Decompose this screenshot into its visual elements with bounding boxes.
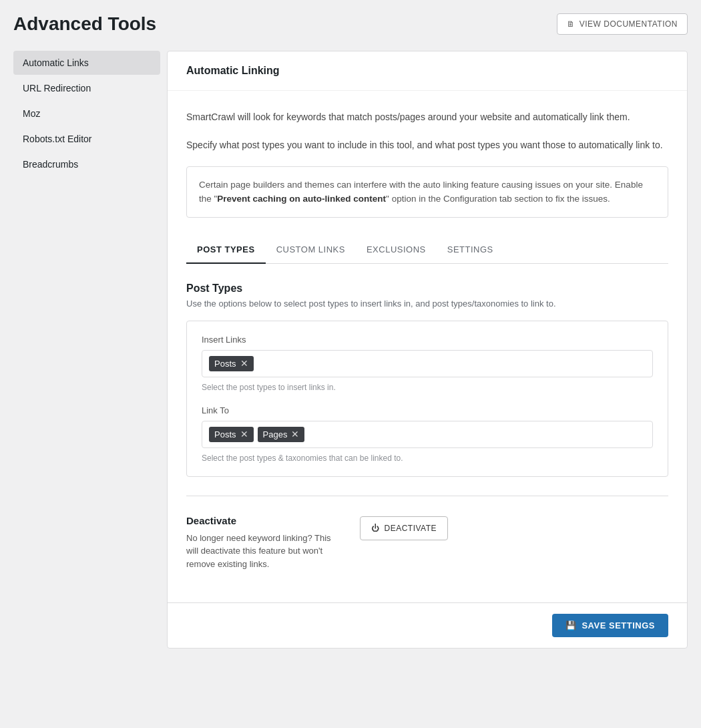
main-panel: Automatic Linking SmartCrawl will look f… [167,51,688,649]
save-icon: 💾 [565,620,577,630]
post-types-card: Insert Links Posts✕ Select the post type… [186,321,668,477]
panel-title: Automatic Linking [186,65,668,77]
section-title: Post Types [186,283,668,295]
notice-text-suffix: " option in the Configuration tab sectio… [386,194,610,204]
footer-bar: 💾 SAVE SETTINGS [168,602,687,648]
tag-remove-posts-insert[interactable]: ✕ [240,359,248,368]
tag-remove-pages-link[interactable]: ✕ [291,429,299,439]
post-types-section: Post Types Use the options below to sele… [186,283,668,477]
deactivate-description: No longer need keyword linking? This wil… [186,532,333,571]
deactivate-title: Deactivate [186,515,333,526]
description-line-1: SmartCrawl will look for keywords that m… [186,110,668,124]
tag-label: Posts [214,429,236,439]
tab-post-types[interactable]: POST TYPES [186,236,266,264]
tag-label: Pages [263,429,288,439]
insert-links-hint: Select the post types to insert links in… [202,383,653,392]
tag-posts-link: Posts✕ [209,427,254,442]
sidebar-item-breadcrumbs[interactable]: Breadcrumbs [13,152,160,176]
document-icon: 🗎 [567,19,575,29]
deactivate-section: Deactivate No longer need keyword linkin… [186,515,668,571]
save-label: SAVE SETTINGS [581,620,655,630]
tag-pages-link: Pages✕ [258,427,305,442]
deactivate-text: Deactivate No longer need keyword linkin… [186,515,333,571]
section-divider [186,496,668,496]
sidebar-item-robots-txt[interactable]: Robots.txt Editor [13,127,160,151]
section-description: Use the options below to select post typ… [186,299,668,309]
description-line-2: Specify what post types you want to incl… [186,138,668,152]
sidebar: Automatic LinksURL RedirectionMozRobots.… [13,51,167,649]
link-to-group: Link To Posts✕Pages✕ Select the post typ… [202,405,653,463]
panel-header: Automatic Linking [168,51,687,91]
view-documentation-button[interactable]: 🗎 VIEW DOCUMENTATION [557,13,688,35]
insert-links-label: Insert Links [202,335,653,345]
sidebar-item-moz[interactable]: Moz [13,102,160,126]
link-to-hint: Select the post types & taxonomies that … [202,453,653,463]
notice-bold-text: Prevent caching on auto-linked content [217,194,386,204]
insert-links-input[interactable]: Posts✕ [202,350,653,377]
sidebar-item-automatic-links[interactable]: Automatic Links [13,51,160,75]
tab-custom-links[interactable]: CUSTOM LINKS [266,236,356,264]
page-title: Advanced Tools [13,13,156,35]
deactivate-label: DEACTIVATE [385,524,437,533]
view-doc-label: VIEW DOCUMENTATION [579,19,678,29]
link-to-label: Link To [202,405,653,415]
sidebar-item-url-redirection[interactable]: URL Redirection [13,76,160,100]
deactivate-button[interactable]: ⏻ DEACTIVATE [360,516,448,540]
tag-remove-posts-link[interactable]: ✕ [240,429,248,439]
panel-body: SmartCrawl will look for keywords that m… [168,91,687,589]
insert-links-group: Insert Links Posts✕ Select the post type… [202,335,653,392]
tag-posts-insert: Posts✕ [209,356,254,371]
save-settings-button[interactable]: 💾 SAVE SETTINGS [552,614,668,637]
power-icon: ⏻ [371,524,380,533]
tabs-bar: POST TYPESCUSTOM LINKSEXCLUSIONSSETTINGS [186,236,668,264]
link-to-input[interactable]: Posts✕Pages✕ [202,421,653,448]
notice-box: Certain page builders and themes can int… [186,166,668,218]
tag-label: Posts [214,359,236,369]
tab-settings[interactable]: SETTINGS [437,236,504,264]
tab-exclusions[interactable]: EXCLUSIONS [356,236,437,264]
